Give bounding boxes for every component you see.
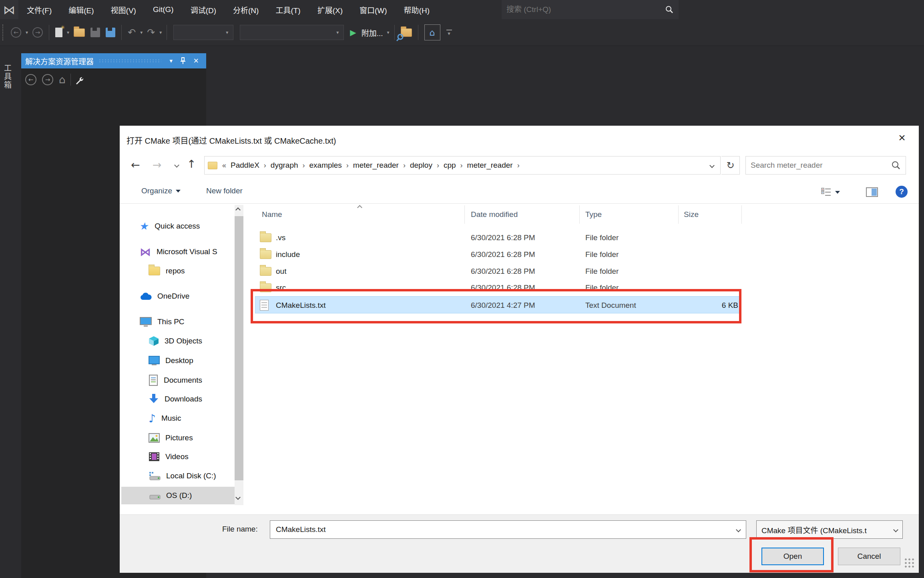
address-dropdown-chevron-icon[interactable]: [709, 163, 715, 168]
find-in-files-button[interactable]: [398, 24, 415, 40]
sidebar-label: Documents: [164, 376, 202, 385]
back-icon[interactable]: ←: [25, 74, 36, 85]
sidebar-item-downloads[interactable]: Downloads: [149, 390, 202, 408]
view-mode-button[interactable]: [821, 187, 840, 197]
navigate-forward-button[interactable]: →: [30, 24, 46, 40]
attach-button[interactable]: 附加...: [359, 27, 386, 38]
file-type-dropdown-chevron-icon[interactable]: [893, 527, 898, 532]
forward-icon[interactable]: →: [42, 74, 53, 85]
breadcrumb-item-deploy[interactable]: deploy: [406, 161, 436, 170]
breadcrumb-item-meter-reader-2[interactable]: meter_reader: [464, 161, 516, 170]
up-arrow-icon[interactable]: ↑: [187, 158, 196, 170]
home-icon[interactable]: ⌂: [59, 74, 66, 86]
undo-dropdown-icon[interactable]: ▾: [139, 30, 144, 35]
redo-dropdown-icon[interactable]: ▾: [158, 30, 163, 35]
sidebar-item-this-pc[interactable]: This PC: [140, 313, 185, 331]
web-browser-home-button[interactable]: ⌂: [422, 24, 443, 40]
sidebar-item-desktop[interactable]: Desktop: [149, 352, 193, 369]
pin-icon[interactable]: [176, 57, 190, 64]
toolbox-tab[interactable]: 工具箱: [2, 64, 12, 89]
redo-button[interactable]: ↷: [144, 24, 158, 40]
refresh-icon[interactable]: ↻: [721, 156, 740, 175]
sidebar-label: repos: [166, 267, 185, 275]
breadcrumb-overflow[interactable]: «: [221, 161, 227, 170]
sidebar-item-onedrive[interactable]: OneDrive: [140, 287, 189, 305]
sidebar-item-3d-objects[interactable]: 3D Objects: [149, 332, 202, 350]
column-header-size[interactable]: Size: [684, 205, 699, 224]
scrollbar-thumb[interactable]: [235, 216, 243, 480]
file-name-input[interactable]: [276, 525, 737, 534]
menu-item-analyze[interactable]: 分析(N): [225, 0, 267, 19]
toolbar-overflow-button[interactable]: ▾: [443, 30, 455, 35]
breadcrumb-separator: ›: [516, 161, 520, 170]
new-file-button[interactable]: [52, 24, 65, 40]
file-name-combo[interactable]: [270, 520, 746, 539]
breadcrumb-item-paddlex[interactable]: PaddleX: [227, 161, 263, 170]
file-type-combo[interactable]: CMake 项目文件 (CMakeLists.t: [756, 520, 903, 539]
solution-configurations-combo[interactable]: ▾: [173, 25, 233, 40]
solution-explorer-titlebar[interactable]: 解决方案资源管理器 ▾ ×: [21, 53, 206, 68]
breadcrumb-item-meter-reader[interactable]: meter_reader: [350, 161, 402, 170]
sidebar-item-quick-access[interactable]: ★ Quick access: [140, 217, 200, 235]
breadcrumb-item-dygraph[interactable]: dygraph: [267, 161, 302, 170]
dialog-search-input[interactable]: [751, 161, 891, 170]
organize-button[interactable]: Organize: [141, 187, 181, 195]
menu-item-view[interactable]: 视图(V): [102, 0, 145, 19]
menu-item-help[interactable]: 帮助(H): [396, 0, 438, 19]
menu-item-tools[interactable]: 工具(T): [267, 0, 309, 19]
sidebar-label: This PC: [157, 317, 185, 326]
save-button[interactable]: [88, 24, 103, 40]
save-all-button[interactable]: [103, 24, 118, 40]
window-position-dropdown-icon[interactable]: ▾: [166, 57, 177, 64]
vs-search-input[interactable]: [506, 5, 665, 14]
menu-item-edit[interactable]: 编辑(E): [60, 0, 102, 19]
menu-item-debug[interactable]: 调试(D): [182, 0, 225, 19]
menu-item-git[interactable]: Git(G): [145, 0, 182, 19]
preview-pane-button[interactable]: [866, 187, 878, 197]
close-icon[interactable]: ×: [190, 56, 202, 66]
sidebar-label: OS (D:): [166, 491, 192, 500]
sidebar-item-music[interactable]: ♪ Music: [149, 409, 181, 427]
recent-locations-chevron-icon[interactable]: [174, 163, 179, 168]
vs-quick-search[interactable]: [502, 0, 679, 19]
toolbar-drag-grip[interactable]: [2, 24, 5, 40]
preview-pane-icon: [866, 187, 878, 197]
column-header-date-modified[interactable]: Date modified: [471, 205, 518, 224]
attach-dropdown-icon[interactable]: ▾: [386, 30, 391, 35]
wrench-icon[interactable]: [75, 74, 85, 85]
new-folder-button[interactable]: New folder: [206, 187, 243, 195]
navigate-back-dropdown-icon[interactable]: ▾: [24, 30, 30, 35]
sidebar-scrollbar[interactable]: [235, 205, 243, 505]
scroll-down-icon[interactable]: [235, 495, 241, 500]
column-header-type[interactable]: Type: [585, 205, 602, 224]
resize-grip[interactable]: [904, 558, 915, 568]
menu-item-file[interactable]: 文件(F): [18, 0, 60, 19]
new-file-dropdown-icon[interactable]: ▾: [65, 30, 71, 35]
column-header-name[interactable]: Name: [262, 205, 282, 224]
help-button[interactable]: ?: [896, 186, 908, 198]
start-debug-icon[interactable]: ▶: [347, 24, 359, 40]
undo-button[interactable]: ↶: [125, 24, 139, 40]
sidebar-item-documents[interactable]: Documents: [149, 371, 202, 389]
forward-arrow-icon[interactable]: →: [153, 159, 162, 171]
scroll-up-icon[interactable]: [235, 207, 241, 213]
sidebar-item-microsoft-visual-studio[interactable]: ⋈ Microsoft Visual S: [140, 243, 217, 261]
menu-item-extensions[interactable]: 扩展(X): [309, 0, 351, 19]
breadcrumb-item-cpp[interactable]: cpp: [440, 161, 460, 170]
breadcrumb-item-examples[interactable]: examples: [306, 161, 345, 170]
file-name-dropdown-chevron-icon[interactable]: [736, 527, 741, 532]
menu-item-window[interactable]: 窗口(W): [351, 0, 396, 19]
address-breadcrumb-bar[interactable]: « PaddleX› dygraph› examples› meter_read…: [204, 156, 721, 175]
open-file-button[interactable]: [71, 24, 88, 40]
sidebar-item-pictures[interactable]: Pictures: [149, 429, 193, 447]
dialog-close-icon[interactable]: ×: [892, 129, 912, 147]
cancel-button[interactable]: Cancel: [838, 548, 900, 565]
sidebar-item-videos[interactable]: Videos: [149, 448, 189, 466]
back-arrow-icon[interactable]: ←: [131, 159, 140, 171]
dialog-search-box[interactable]: [745, 156, 906, 175]
sidebar-item-local-disk-c[interactable]: Local Disk (C:): [149, 467, 216, 485]
solution-platforms-combo[interactable]: ▾: [240, 25, 344, 40]
navigate-back-button[interactable]: ←: [8, 24, 24, 40]
sidebar-item-os-d[interactable]: OS (D:): [149, 487, 192, 504]
sidebar-item-repos[interactable]: repos: [149, 262, 185, 280]
